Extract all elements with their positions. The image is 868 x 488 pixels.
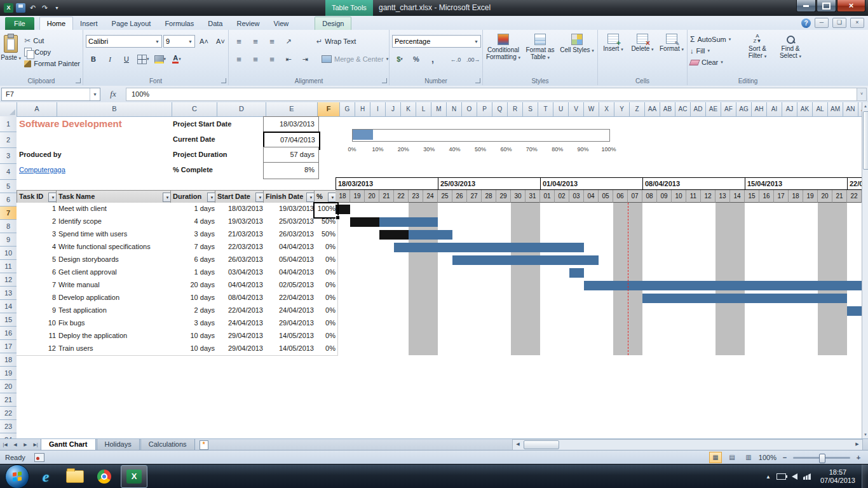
progress-mini-chart[interactable]: 0%10%20%30%40%50%60%70%80%90%100% [342,123,616,160]
cell-F15[interactable]: 0% [314,304,338,318]
cell-F8[interactable]: 50% [314,215,338,229]
cell-E17[interactable]: 14/05/2013 [263,330,321,343]
cell-E8[interactable]: 25/03/2013 [263,215,321,229]
cell-F9[interactable]: 50% [314,228,338,241]
cell-F16[interactable]: 0% [314,317,338,330]
cell-C9[interactable]: 3 days [170,228,220,241]
cell-C14[interactable]: 10 days [170,292,220,305]
zoom-in-icon[interactable]: + [854,454,863,461]
battery-icon[interactable] [776,473,786,480]
cell-D15[interactable]: 22/04/2013 [215,304,269,318]
cell-E16[interactable]: 29/04/2013 [263,317,321,330]
cell-F18[interactable]: 0% [314,342,338,356]
cell-D9[interactable]: 21/03/2013 [215,228,269,241]
cell-C15[interactable]: 2 days [170,304,220,318]
last-sheet-icon[interactable]: ▶| [31,439,41,451]
cell-C18[interactable]: 10 days [170,342,220,356]
cell-B17[interactable]: Deploy the application [56,330,173,343]
cell-C11[interactable]: 6 days [170,254,220,267]
author-hyperlink[interactable]: Computergaga [19,162,65,177]
vertical-scroll-thumb[interactable] [863,111,868,170]
sheet-tab-calculations[interactable]: Calculations [140,439,195,451]
cell-E18[interactable]: 14/05/2013 [263,342,321,356]
prev-sheet-icon[interactable]: ◀ [10,439,20,451]
next-sheet-icon[interactable]: ▶ [20,439,31,451]
cell-D8[interactable]: 19/03/2013 [215,215,269,229]
scroll-left-icon[interactable]: ◀ [513,440,522,448]
taskbar-excel-icon[interactable]: X [121,465,147,488]
table-header-duration[interactable]: Duration [170,190,218,204]
cell-F12[interactable]: 0% [314,266,338,280]
cell-D18[interactable]: 29/04/2013 [215,342,269,356]
normal-view-icon[interactable]: ▦ [709,452,722,463]
first-sheet-icon[interactable]: |◀ [0,439,10,451]
show-desktop-button[interactable] [862,464,868,488]
cell-C7[interactable]: 1 days [170,203,220,216]
cell-C16[interactable]: 3 days [170,317,220,330]
scroll-up-icon[interactable]: ▲ [862,102,868,110]
network-icon[interactable] [803,473,811,480]
cell-B13[interactable]: Write manual [56,279,173,292]
cell-E10[interactable]: 04/04/2013 [263,241,321,254]
cell-B9[interactable]: Spend time with users [56,228,173,241]
cell-E7[interactable]: 19/03/2013 [263,203,321,216]
cell-B7[interactable]: Meet with client [56,203,173,216]
cell-D12[interactable]: 03/04/2013 [215,266,269,280]
page-break-view-icon[interactable]: ▥ [742,452,755,463]
cell-C12[interactable]: 1 days [170,266,220,280]
cell-D10[interactable]: 22/03/2013 [215,241,269,254]
zoom-out-icon[interactable]: − [780,454,789,461]
cell-D14[interactable]: 08/04/2013 [215,292,269,305]
table-header-finish-date[interactable]: Finish Date [263,190,317,204]
start-button[interactable] [5,464,29,488]
cell-B15[interactable]: Test application [56,304,173,318]
cell-C13[interactable]: 20 days [170,279,220,292]
cell-D7[interactable]: 18/03/2013 [215,203,269,216]
cell-E14[interactable]: 22/04/2013 [263,292,321,305]
produced-by-cell[interactable]: Produced by [19,147,62,162]
cell-E12[interactable]: 04/04/2013 [263,266,321,280]
cell-B14[interactable]: Develop application [56,292,173,305]
insert-worksheet-button[interactable]: * [196,439,212,451]
cell-C10[interactable]: 7 days [170,241,220,254]
cell-D13[interactable]: 04/04/2013 [215,279,269,292]
zoom-slider-thumb[interactable] [819,454,825,463]
sheet-tab-holidays[interactable]: Holidays [97,439,140,451]
taskbar-clock[interactable]: 18:57 07/04/2013 [817,468,859,485]
vertical-scrollbar[interactable]: ▲ ▼ [862,102,868,438]
meta-value-0[interactable]: 18/03/2013 [263,116,319,133]
cell-E15[interactable]: 24/04/2013 [263,304,321,318]
cell-C8[interactable]: 4 days [170,215,220,229]
cell-B8[interactable]: Identify scope [56,215,173,229]
table-header-task-id[interactable]: Task ID [17,190,59,204]
cell-B16[interactable]: Fix bugs [56,317,173,330]
cell-F7[interactable]: 100% [314,203,338,216]
cell-F14[interactable]: 0% [314,292,338,305]
cell-F11[interactable]: 0% [314,254,338,267]
scroll-right-icon[interactable]: ▶ [853,440,862,448]
taskbar-chrome-icon[interactable] [92,466,117,487]
sheet-tab-gantt-chart[interactable]: Gantt Chart [41,439,96,451]
meta-value-2[interactable]: 57 days [263,147,319,164]
cell-C17[interactable]: 10 days [170,330,220,343]
page-layout-view-icon[interactable]: ▤ [726,452,738,463]
taskbar-explorer-icon[interactable] [62,466,88,487]
horizontal-scroll-thumb[interactable] [524,440,559,449]
cell-B11[interactable]: Design storyboards [56,254,173,267]
taskbar-internet-explorer-icon[interactable]: e [33,466,58,487]
cell-F13[interactable]: 0% [314,279,338,292]
cell-E13[interactable]: 02/05/2013 [263,279,321,292]
cell-B10[interactable]: Write functional specifications [56,241,173,254]
sheet-title-cell[interactable]: Software Development [19,116,122,132]
table-header-start-date[interactable]: Start Date [215,190,266,204]
cell-B12[interactable]: Get client approval [56,266,173,280]
scroll-down-icon[interactable]: ▼ [862,431,868,438]
volume-icon[interactable] [792,473,797,480]
cell-D16[interactable]: 24/04/2013 [215,317,269,330]
table-header-task-name[interactable]: Task Name [56,190,173,204]
cell-B18[interactable]: Train users [56,342,173,356]
zoom-level[interactable]: 100% [759,454,776,461]
cell-F17[interactable]: 0% [314,330,338,343]
cell-F10[interactable]: 0% [314,241,338,254]
meta-value-3[interactable]: 8% [263,162,319,179]
